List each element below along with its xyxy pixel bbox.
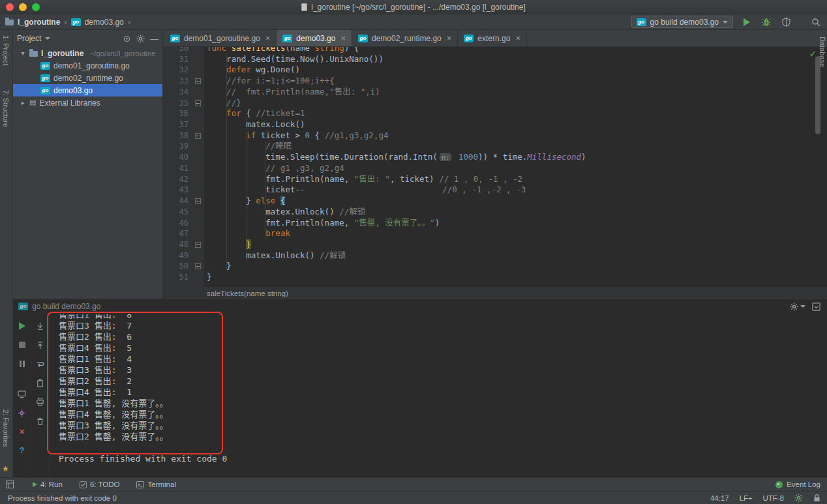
gear-icon[interactable] — [136, 35, 145, 43]
editor-tab-demo01_goroutine.go[interactable]: godemo01_goroutine.go× — [164, 30, 277, 46]
fold-column — [192, 87, 204, 98]
copy-output-button[interactable] — [35, 377, 46, 389]
gear-icon[interactable] — [794, 494, 803, 502]
fold-column — [192, 152, 204, 163]
search-icon — [811, 18, 820, 27]
breadcrumb-function[interactable]: saleTickets(name string) — [207, 289, 288, 297]
code-text: if ticket > 0 { //g1,g3,g2,g4 — [204, 130, 388, 141]
scroll-down-button[interactable] — [35, 320, 46, 332]
line-separator[interactable]: LF÷ — [740, 494, 753, 502]
close-window-button[interactable] — [6, 3, 14, 11]
project-panel-title[interactable]: Project — [17, 34, 41, 43]
restore-layout-button[interactable] — [16, 388, 28, 400]
fold-marker-icon[interactable] — [195, 100, 201, 106]
close-tab-icon[interactable]: × — [447, 33, 452, 43]
rerun-button[interactable] — [16, 320, 28, 332]
breadcrumb-project[interactable]: l_goroutine — [18, 18, 60, 27]
editor-tabs: godemo01_goroutine.go×godemo03.go×godemo… — [163, 30, 827, 47]
fold-column — [192, 196, 204, 207]
external-libraries-row[interactable]: ▸ ▤ External Libraries — [13, 96, 162, 109]
close-tab-icon[interactable]: × — [265, 33, 271, 43]
tab-label: demo01_goroutine.go — [184, 34, 260, 43]
tool-button-database[interactable]: Database — [819, 37, 826, 67]
bug-icon — [762, 18, 771, 27]
hide-panel-icon[interactable]: — — [150, 34, 158, 44]
stop-button[interactable] — [16, 339, 28, 351]
run-configuration-select[interactable]: go go build demo03.go — [631, 16, 733, 28]
tool-button-event-log[interactable]: Event Log — [775, 481, 820, 488]
terminal-icon — [136, 481, 144, 488]
project-file-demo02_runtime.go[interactable]: godemo02_runtime.go — [13, 72, 162, 84]
pause-button[interactable] — [16, 358, 28, 370]
fold-marker-icon[interactable] — [195, 78, 201, 84]
hide-panel-button[interactable] — [812, 303, 820, 311]
tool-button-todo[interactable]: 6: TODO — [80, 481, 120, 488]
help-button[interactable]: ? — [16, 445, 28, 456]
fold-column — [192, 218, 204, 229]
tool-button-structure[interactable]: 7: Structure — [2, 90, 10, 127]
fold-column — [192, 174, 204, 185]
project-file-demo01_goroutine.go[interactable]: godemo01_goroutine.go — [13, 59, 162, 72]
editor-tab-demo02_runtime.go[interactable]: godemo02_runtime.go× — [352, 30, 458, 46]
run-settings-button[interactable] — [790, 303, 805, 311]
scroll-up-button[interactable] — [35, 339, 46, 351]
code-line: 40 time.Sleep(time.Duration(rand.Intn(n:… — [163, 152, 827, 163]
line-number: 51 — [163, 272, 192, 283]
code-line: 39 //睡眠 — [163, 141, 827, 152]
soft-wrap-button[interactable] — [35, 358, 46, 370]
build-settings-button[interactable] — [16, 407, 28, 419]
fold-marker-icon[interactable] — [195, 242, 201, 248]
file-name: demo03.go — [53, 86, 93, 95]
line-number: 37 — [163, 119, 192, 130]
play-icon — [33, 482, 37, 487]
console-line: 售票口1 售出: 8 — [59, 314, 827, 320]
run-button[interactable] — [741, 16, 753, 28]
window-switcher-icon[interactable] — [4, 479, 16, 490]
search-everywhere-button[interactable] — [810, 16, 822, 28]
star-icon[interactable]: ★ — [2, 464, 9, 473]
run-config-tab-label[interactable]: go build demo03.go — [32, 302, 100, 311]
breadcrumb-file[interactable]: demo03.go — [85, 18, 124, 27]
project-root-row[interactable]: ▾ l_goroutine ~/go/src/l_goroutine — [13, 47, 162, 59]
fold-column — [192, 54, 204, 65]
fold-marker-icon[interactable] — [195, 133, 201, 139]
chevron-expanded-icon[interactable]: ▾ — [20, 50, 26, 57]
debug-button[interactable] — [760, 16, 772, 28]
code-text: time.Sleep(time.Duration(rand.Intn(n: 10… — [204, 152, 586, 163]
coverage-button[interactable] — [780, 16, 792, 28]
close-button[interactable]: × — [16, 426, 28, 437]
line-number: 50 — [163, 261, 192, 272]
chevron-down-icon — [800, 305, 805, 308]
fold-column — [192, 272, 204, 283]
editor-tab-demo03.go[interactable]: godemo03.go× — [277, 30, 352, 46]
close-tab-icon[interactable]: × — [515, 33, 520, 43]
tool-button-run[interactable]: 4: Run — [33, 481, 63, 488]
go-file-icon: go — [358, 35, 368, 42]
project-file-demo03.go[interactable]: godemo03.go — [13, 84, 162, 96]
file-encoding[interactable]: UTF-8 — [762, 494, 784, 502]
chevron-collapsed-icon[interactable]: ▸ — [20, 99, 26, 106]
console[interactable]: 售票口1 售出: 8售票口3 售出: 7售票口2 售出: 6售票口4 售出: 5… — [50, 314, 827, 477]
code-line: 45 matex.Unlock() //解锁 — [163, 207, 827, 218]
caret-position[interactable]: 44:17 — [710, 494, 729, 502]
todo-icon — [80, 481, 87, 488]
tool-button-terminal[interactable]: Terminal — [136, 481, 175, 488]
close-tab-icon[interactable]: × — [340, 33, 346, 43]
fold-marker-icon[interactable] — [195, 263, 201, 269]
line-number: 40 — [163, 152, 192, 163]
zoom-window-button[interactable] — [32, 3, 40, 11]
editor-breadcrumb-bar: saleTickets(name string) — [163, 287, 827, 299]
tool-button-favorites[interactable]: 2: Favorites — [2, 409, 10, 447]
tool-button-project[interactable]: 1: Project — [2, 35, 10, 65]
minimize-window-button[interactable] — [19, 3, 27, 11]
print-button[interactable] — [35, 396, 46, 408]
editor-scrollbar[interactable] — [815, 56, 820, 134]
editor-tab-extern.go[interactable]: goextern.go× — [458, 30, 527, 46]
code-text: fmt.Println(name, "售罄, 没有票了。。") — [204, 218, 440, 229]
clear-all-button[interactable] — [35, 415, 46, 426]
lock-icon[interactable] — [813, 494, 820, 502]
code-editor[interactable]: 30func saleTickets(name string) {31 rand… — [163, 47, 827, 287]
locate-file-icon[interactable] — [123, 35, 131, 43]
line-number: 46 — [163, 218, 192, 229]
fold-marker-icon[interactable] — [195, 198, 201, 204]
